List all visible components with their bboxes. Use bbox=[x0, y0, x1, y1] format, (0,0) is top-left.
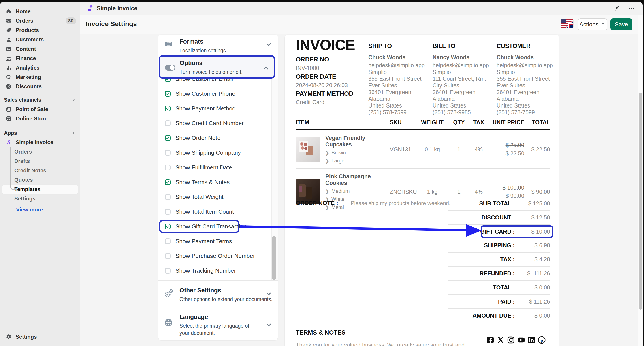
terms-text: Thank you for your valued business. We g… bbox=[296, 341, 466, 346]
check-icon bbox=[166, 225, 170, 228]
sidebar-item-label: Analytics bbox=[16, 65, 40, 71]
other-settings-section[interactable]: Other Settings Other options to extend y… bbox=[158, 280, 278, 307]
order-no-value: INV-1000 bbox=[296, 65, 358, 71]
gears-icon bbox=[164, 288, 174, 299]
sidebar-section-sales-channels[interactable]: Sales channels bbox=[0, 95, 80, 105]
field-toggle-row[interactable]: Show Total Weight bbox=[158, 189, 272, 204]
sidebar: Home Orders 80 Products Customers Con bbox=[0, 2, 80, 346]
field-toggle-row[interactable]: Show Gift Card Transaction bbox=[158, 219, 272, 234]
field-toggle-label: Show Fulfillment Date bbox=[176, 164, 232, 171]
checkbox[interactable] bbox=[165, 238, 170, 244]
options-toggle[interactable] bbox=[165, 65, 175, 71]
col-unit-price: UNIT PRICE bbox=[488, 119, 524, 129]
sidebar-item[interactable]: Content bbox=[2, 44, 78, 54]
orders-icon bbox=[6, 18, 12, 24]
order-note-text: Please ship my products before weekend. bbox=[351, 200, 450, 206]
marketing-icon bbox=[6, 74, 12, 80]
chevron-down-icon[interactable] bbox=[266, 322, 272, 328]
sidebar-item[interactable]: Home bbox=[2, 7, 78, 16]
checkbox[interactable] bbox=[165, 91, 170, 97]
field-toggle-row[interactable]: Show Terms & Notes bbox=[158, 175, 272, 189]
col-weight: WEIGHT bbox=[416, 119, 449, 129]
total-label: SHIPPING : bbox=[484, 242, 515, 249]
field-toggle-label: Show Tracking Number bbox=[176, 267, 236, 274]
sidebar-item[interactable]: Point of Sale bbox=[2, 105, 78, 114]
chevron-up-icon[interactable] bbox=[262, 65, 269, 71]
field-toggle-row[interactable]: Show Order Note bbox=[158, 131, 272, 145]
vertical-divider bbox=[359, 39, 359, 107]
checkbox[interactable] bbox=[165, 165, 170, 170]
home-icon bbox=[6, 8, 12, 14]
variant-line: ❯Brown bbox=[325, 150, 390, 156]
options-title: Options bbox=[180, 60, 242, 67]
address-line: 36401 Evergreen bbox=[432, 89, 493, 95]
checkbox[interactable] bbox=[165, 224, 170, 229]
sidebar-main-nav: Home Orders 80 Products Customers Con bbox=[0, 7, 80, 91]
checkbox[interactable] bbox=[165, 179, 170, 185]
more-icon[interactable] bbox=[628, 5, 635, 12]
field-toggle-row[interactable]: Show Customer Phone bbox=[158, 86, 272, 101]
total-label: GIFT CARD : bbox=[480, 228, 515, 235]
variant-chevron-icon: ❯ bbox=[325, 159, 329, 163]
checkbox[interactable] bbox=[165, 135, 170, 141]
sidebar-item[interactable]: Discounts bbox=[2, 82, 78, 91]
field-toggle-row[interactable]: Show Payment Method bbox=[158, 101, 272, 116]
chevron-down-icon[interactable] bbox=[266, 41, 272, 48]
youtube-icon bbox=[517, 336, 525, 344]
sidebar-item[interactable]: Finance bbox=[2, 54, 78, 63]
sidebar-item[interactable]: Analytics bbox=[2, 63, 78, 72]
window-scrollbar-thumb[interactable] bbox=[639, 93, 642, 310]
checkbox[interactable] bbox=[165, 209, 170, 215]
sidebar-item[interactable]: Orders 80 bbox=[2, 16, 78, 25]
field-toggle-row[interactable]: Show Shipping Company bbox=[158, 145, 272, 160]
formats-section[interactable]: Formats Localization settings. bbox=[158, 35, 278, 55]
total-row: SHIPPING : $ 6.98 bbox=[448, 238, 550, 253]
discounts-icon bbox=[6, 84, 12, 89]
actions-button[interactable]: Actions bbox=[578, 18, 607, 30]
field-toggle-label: Show Gift Card Transaction bbox=[176, 223, 246, 230]
sku-value: VGN131 bbox=[390, 146, 416, 153]
save-button[interactable]: Save bbox=[610, 18, 632, 30]
checkbox[interactable] bbox=[165, 106, 170, 111]
checkbox[interactable] bbox=[165, 121, 170, 126]
language-section[interactable]: Language Select the primary language of … bbox=[158, 307, 278, 341]
view-more-link[interactable]: View more bbox=[16, 206, 43, 213]
sidebar-item[interactable]: Marketing bbox=[2, 72, 78, 82]
chevron-down-icon[interactable] bbox=[266, 291, 272, 297]
sidebar-item-simple-invoice-app[interactable]: Simple Invoice bbox=[2, 138, 78, 147]
sidebar-item-label: Products bbox=[16, 27, 39, 33]
content-area: Formats Localization settings. Show Cust… bbox=[80, 34, 638, 346]
field-toggle-row[interactable]: Show Total Item Count bbox=[158, 204, 272, 219]
pinterest-icon bbox=[538, 336, 546, 344]
checkbox[interactable] bbox=[165, 268, 170, 274]
field-toggle-row[interactable]: Show Credit Card Number bbox=[158, 116, 272, 131]
pin-icon[interactable] bbox=[614, 5, 620, 12]
sidebar-item[interactable]: Customers bbox=[2, 35, 78, 44]
field-toggle-row[interactable]: Show Fulfillment Date bbox=[158, 160, 272, 175]
address-line: City Suites bbox=[432, 82, 493, 89]
sidebar-item-label: Marketing bbox=[16, 74, 41, 80]
page-header: Invoice Settings Actions Save bbox=[80, 15, 638, 34]
options-section-highlighted[interactable]: Options Turn invoice fields on or off. bbox=[159, 55, 275, 79]
total-label: REFUNDED : bbox=[480, 270, 515, 277]
order-no-block: ORDER NO INV-1000 bbox=[296, 56, 358, 71]
keyboard-icon bbox=[164, 39, 173, 48]
checkbox[interactable] bbox=[165, 194, 170, 200]
language-flag-button[interactable] bbox=[561, 19, 573, 28]
sidebar-item-label: Customers bbox=[16, 36, 44, 43]
total-row: DISCOUNT : - $ 12.50 bbox=[448, 211, 550, 225]
settings-scrollbar-thumb[interactable] bbox=[272, 236, 276, 280]
sidebar-section-apps[interactable]: Apps bbox=[0, 128, 80, 138]
app-sub-item[interactable]: Settings bbox=[2, 194, 78, 203]
sidebar-item[interactable]: Products bbox=[2, 25, 78, 35]
sidebar-item[interactable]: Online Store bbox=[2, 114, 78, 123]
sidebar-item-settings[interactable]: Settings bbox=[2, 332, 78, 342]
checkbox[interactable] bbox=[165, 253, 170, 259]
address-line: Ever Suites bbox=[368, 82, 429, 89]
total-row: GIFT CARD : $ 10.00 bbox=[448, 225, 550, 238]
field-toggle-row[interactable]: Show Purchase Order Number bbox=[158, 249, 272, 263]
checkbox[interactable] bbox=[165, 150, 170, 156]
sidebar-item-label: Settings bbox=[16, 334, 37, 340]
field-toggle-row[interactable]: Show Tracking Number bbox=[158, 263, 272, 278]
field-toggle-row[interactable]: Show Payment Terms bbox=[158, 234, 272, 249]
